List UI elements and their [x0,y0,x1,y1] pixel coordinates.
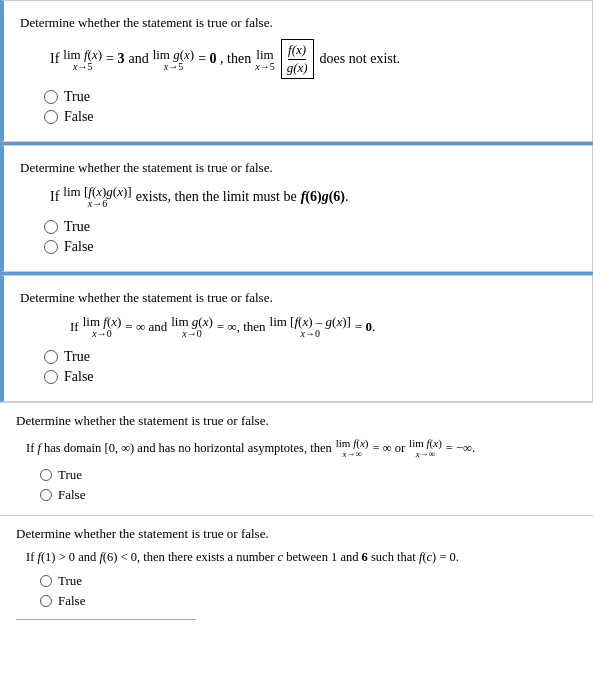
question-5: Determine whether the statement is true … [0,515,593,636]
question-5-true[interactable]: True [40,573,577,589]
question-4-false[interactable]: False [40,487,577,503]
radio-true-1[interactable] [44,90,58,104]
question-3: Determine whether the statement is true … [0,275,593,402]
question-2: Determine whether the statement is true … [0,145,593,272]
question-5-prompt: Determine whether the statement is true … [16,526,577,542]
question-1-options: True False [44,89,576,125]
question-3-math: If lim f(x) x→0 = ∞ and lim g(x) x→0 = ∞… [70,314,576,339]
radio-true-3[interactable] [44,350,58,364]
question-3-options: True False [44,349,576,385]
question-3-true[interactable]: True [44,349,576,365]
radio-false-1[interactable] [44,110,58,124]
radio-false-2[interactable] [44,240,58,254]
radio-true-2[interactable] [44,220,58,234]
question-4-options: True False [40,467,577,503]
question-1-true[interactable]: True [44,89,576,105]
radio-true-4[interactable] [40,469,52,481]
question-1-math: If lim f(x) x→5 = 3 and lim g(x) x→5 = 0… [50,39,576,79]
radio-true-5[interactable] [40,575,52,587]
question-3-prompt: Determine whether the statement is true … [20,290,576,306]
question-2-prompt: Determine whether the statement is true … [20,160,576,176]
radio-false-5[interactable] [40,595,52,607]
question-5-options: True False [40,573,577,609]
question-2-true[interactable]: True [44,219,576,235]
bottom-line [16,619,196,620]
question-5-false[interactable]: False [40,593,577,609]
question-2-math: If lim [f(x)g(x)] x→6 exists, then the l… [50,184,576,209]
question-1-false[interactable]: False [44,109,576,125]
question-1: Determine whether the statement is true … [0,0,593,142]
question-4: Determine whether the statement is true … [0,402,593,515]
radio-false-3[interactable] [44,370,58,384]
question-2-false[interactable]: False [44,239,576,255]
question-4-math: If f has domain [0, ∞) and has no horizo… [26,437,577,459]
radio-false-4[interactable] [40,489,52,501]
question-5-math: If f(1) > 0 and f(6) < 0, then there exi… [26,550,577,565]
question-2-options: True False [44,219,576,255]
question-4-prompt: Determine whether the statement is true … [16,413,577,429]
question-1-prompt: Determine whether the statement is true … [20,15,576,31]
question-4-true[interactable]: True [40,467,577,483]
question-3-false[interactable]: False [44,369,576,385]
